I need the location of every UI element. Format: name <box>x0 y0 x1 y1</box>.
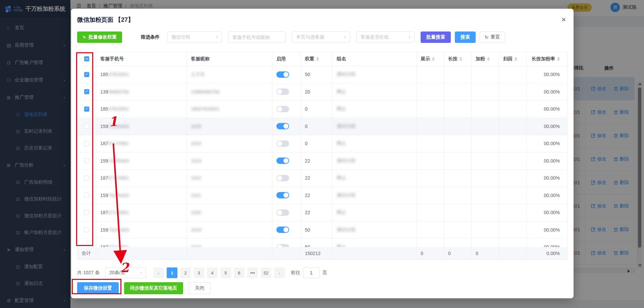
show-cell <box>417 239 444 247</box>
page-checked-select[interactable]: 本页勾选客服 ∨ <box>292 32 350 43</box>
table-header-row: 客服手机号 客服昵称 启用 权重 组名 展示 长按 加粉 归因 长按加粉率 <box>77 52 567 66</box>
enable-toggle[interactable] <box>276 140 289 147</box>
row-checkbox[interactable] <box>84 227 89 232</box>
page-number-button[interactable]: ••• <box>247 267 258 278</box>
col-header-addfans[interactable]: 加粉 <box>472 52 499 66</box>
col-header-rate[interactable]: 长按加粉率 <box>527 52 567 66</box>
enable-toggle[interactable] <box>276 71 289 78</box>
phone-cell: 18767170961 <box>96 170 187 187</box>
group-cell: 网止 <box>333 101 417 118</box>
table-row: 18537815001 土大夫 50 测试分组 00.00% <box>77 66 567 83</box>
show-cell <box>417 66 444 83</box>
weight-cell: 0 <box>301 118 333 135</box>
sort-icon[interactable] <box>557 56 560 62</box>
page-number-button[interactable]: 4 <box>207 267 218 278</box>
longpress-cell <box>444 170 472 187</box>
attribution-cell <box>499 204 527 221</box>
close-dialog-button[interactable]: 关闭 <box>189 282 211 294</box>
summary-longpress: 0 <box>444 247 472 260</box>
group-cell: 网止 <box>333 239 417 247</box>
close-icon[interactable]: ✕ <box>560 16 568 23</box>
page-number-button[interactable]: 5 <box>220 267 231 278</box>
enable-toggle[interactable] <box>276 209 289 216</box>
search-button[interactable]: 搜索 <box>455 32 476 43</box>
longpress-cell <box>444 204 472 221</box>
enable-toggle[interactable] <box>276 88 289 95</box>
sort-icon[interactable] <box>487 56 490 62</box>
sync-wechat-button[interactable]: 同步微信至其它落地页 <box>124 282 183 294</box>
row-checkbox[interactable] <box>84 245 89 247</box>
wechat-group-select[interactable]: 微信分组 ∨ <box>167 32 222 43</box>
page-number-button[interactable]: 1 <box>167 267 177 278</box>
col-header-weight[interactable]: 权重 <box>301 52 333 66</box>
chevron-down-icon: ∨ <box>344 36 347 39</box>
phone-cell: 15970235403 <box>96 152 187 170</box>
col-header-nickname: 客服昵称 <box>187 52 272 66</box>
page-number-button[interactable]: 6 <box>234 267 245 278</box>
nickname-cell: 1023 <box>187 152 272 170</box>
addfans-cell <box>472 204 499 221</box>
enable-toggle[interactable] <box>276 227 289 233</box>
enable-toggle[interactable] <box>276 244 289 247</box>
longpress-cell <box>444 135 472 152</box>
sort-icon[interactable] <box>316 56 319 62</box>
page-number-button[interactable]: 3 <box>194 267 204 278</box>
row-checkbox[interactable] <box>84 176 89 181</box>
summary-rate: 0.00% <box>527 247 567 260</box>
table-row: 18767170961 1018 50 网止 00.00% <box>77 239 567 247</box>
goto-label: 前往 <box>291 270 300 276</box>
enable-cell <box>272 187 301 204</box>
enable-toggle[interactable] <box>276 106 289 112</box>
select-all-checkbox[interactable] <box>84 56 89 61</box>
col-header-attribution[interactable]: 归因 <box>499 52 527 66</box>
rate-cell: 00.00% <box>527 66 567 83</box>
enable-cell <box>272 222 301 239</box>
customer-service-table: 客服手机号 客服昵称 启用 权重 组名 展示 长按 加粉 归因 长按加粉率 18… <box>77 52 568 260</box>
next-page-button[interactable]: › <box>274 267 285 278</box>
col-header-longpress[interactable]: 长按 <box>444 52 472 66</box>
reset-button[interactable]: ↻ 重置 <box>480 32 505 43</box>
phone-cell: 18767170961 <box>96 135 187 152</box>
row-checkbox[interactable] <box>84 158 89 163</box>
dialog-title: 微信加粉页面 【27】 <box>77 16 134 24</box>
row-checkbox[interactable] <box>84 124 89 129</box>
summary-show: 0 <box>417 247 444 260</box>
attribution-cell <box>499 83 527 101</box>
row-checkbox[interactable] <box>84 210 89 215</box>
sort-icon[interactable] <box>515 56 517 62</box>
phone-or-nickname-input[interactable] <box>228 32 286 43</box>
batch-search-button[interactable]: 批量搜索 <box>421 32 451 43</box>
enable-cell <box>272 118 301 135</box>
sort-icon[interactable] <box>460 56 462 62</box>
summary-label: 合计 <box>77 247 96 260</box>
enable-toggle[interactable] <box>276 123 289 129</box>
page-number-button[interactable]: 2 <box>180 267 191 278</box>
enable-cell <box>272 66 301 83</box>
row-checkbox[interactable] <box>84 193 89 198</box>
save-wechat-settings-button[interactable]: 保存微信设置 <box>77 282 119 294</box>
rate-cell: 00.00% <box>527 83 567 101</box>
prev-page-button[interactable]: ‹ <box>153 267 164 278</box>
table-row: 18767170961 1024 0 网止 00.00% <box>77 135 567 152</box>
sort-icon[interactable] <box>432 56 435 62</box>
table-row: 13989483794 13989483794 20 网止 00.00% <box>77 83 567 101</box>
enable-toggle[interactable] <box>276 158 289 164</box>
row-checkbox[interactable] <box>84 107 89 112</box>
enable-toggle[interactable] <box>276 175 289 181</box>
rate-cell: 00.00% <box>527 135 567 152</box>
dialog-footer: 保存微信设置 同步微信至其它落地页 关闭 <box>77 282 568 294</box>
row-checkbox[interactable] <box>84 89 89 94</box>
phone-cell: 15970235403 <box>96 118 187 135</box>
nickname-cell: 1025 <box>187 118 272 135</box>
batch-edit-weight-button[interactable]: ✎ 批量修改权重 <box>77 32 122 43</box>
addfans-cell <box>472 66 499 83</box>
row-checkbox[interactable] <box>84 72 89 77</box>
enable-toggle[interactable] <box>276 192 289 198</box>
goto-page-input[interactable] <box>303 267 320 278</box>
page-size-select[interactable]: 20条/页 ∨ <box>105 267 146 278</box>
filter-conditions-label: 筛选条件 <box>141 34 160 40</box>
col-header-show[interactable]: 展示 <box>417 52 444 66</box>
page-number-button[interactable]: 52 <box>261 267 271 278</box>
online-status-select[interactable]: 客服是否在线 ∨ <box>356 32 415 43</box>
row-checkbox[interactable] <box>84 141 89 146</box>
